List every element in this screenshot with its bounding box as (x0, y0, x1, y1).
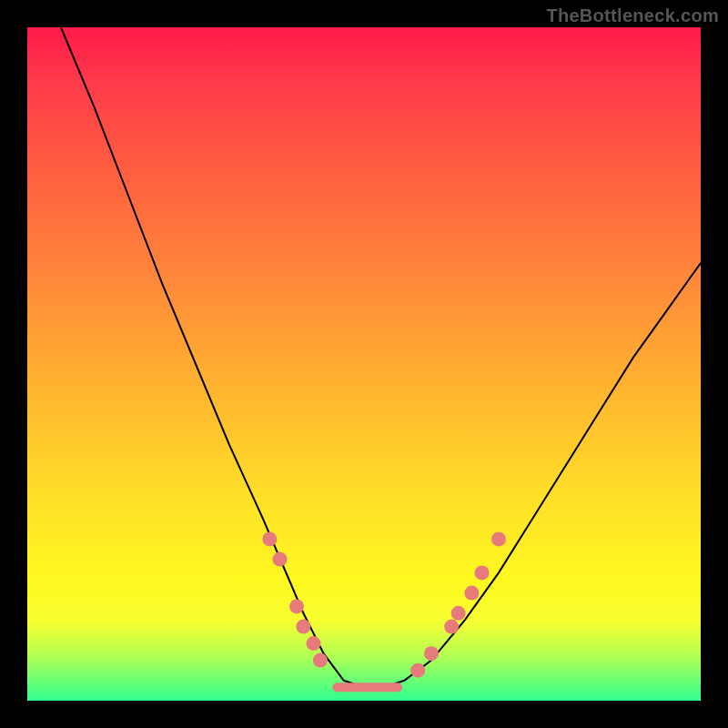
watermark-text: TheBottleneck.com (546, 5, 719, 26)
highlight-dot (262, 531, 277, 546)
highlight-dot (491, 531, 506, 546)
highlight-dot (296, 620, 310, 634)
curve-left (61, 27, 364, 687)
highlight-dot (289, 599, 304, 613)
highlight-dot (475, 565, 490, 580)
highlight-dot (273, 552, 288, 567)
highlight-dot (313, 653, 328, 668)
highlight-dot (444, 620, 459, 634)
curve-right (364, 263, 701, 687)
highlight-dots-group (262, 531, 506, 677)
highlight-dot (410, 663, 425, 678)
highlight-dot (464, 586, 479, 601)
chart-plot-area (27, 27, 701, 701)
highlight-dot (451, 606, 466, 621)
highlight-dot (307, 636, 321, 651)
highlight-dot (424, 646, 439, 661)
chart-svg (27, 27, 701, 701)
